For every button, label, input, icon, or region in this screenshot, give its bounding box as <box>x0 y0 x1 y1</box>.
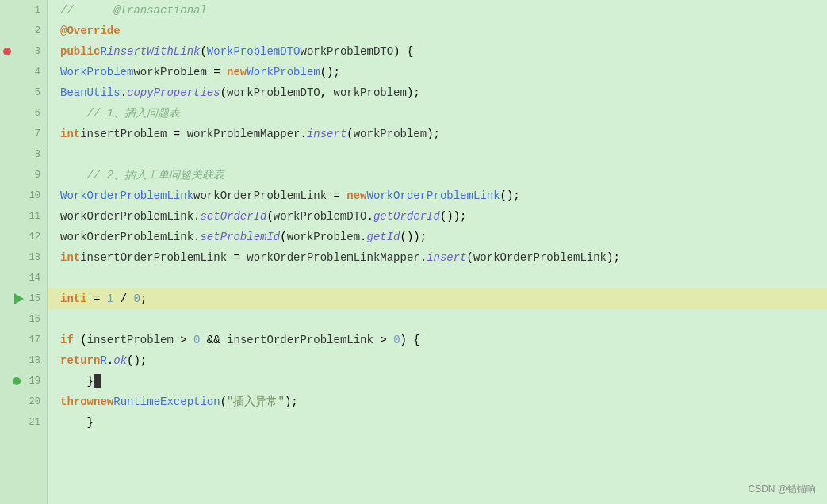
code-line: } <box>48 412 827 433</box>
code-line: workOrderProblemLink.setProblemId(workPr… <box>48 227 827 247</box>
code-line <box>48 144 827 165</box>
line-number: 1 <box>0 0 47 21</box>
line-number-text: 4 <box>35 67 40 78</box>
code-line <box>48 268 827 288</box>
line-number-text: 15 <box>29 293 40 304</box>
code-area: 123456789101112131415161718192021 // @Tr… <box>0 0 827 504</box>
code-line <box>48 309 827 330</box>
line-number-text: 17 <box>29 334 40 346</box>
code-line: int insertProblem = workProblemMapper.in… <box>48 124 827 144</box>
code-line: int i = 1 / 0; <box>48 288 827 309</box>
breakpoint-indicator[interactable] <box>3 48 11 55</box>
line-number-text: 7 <box>35 128 40 139</box>
line-number: 2 <box>0 21 47 41</box>
code-line: if (insertProblem > 0 && insertOrderProb… <box>48 330 827 350</box>
code-line: } <box>48 371 827 391</box>
line-number-text: 11 <box>29 211 40 222</box>
line-number-gutter: 123456789101112131415161718192021 <box>0 0 48 504</box>
code-line: public R insertWithLink(WorkProblemDTO w… <box>48 41 827 62</box>
code-line: workOrderProblemLink.setOrderId(workProb… <box>48 206 827 227</box>
line-number: 9 <box>0 165 47 185</box>
line-number: 15 <box>0 288 47 309</box>
line-number: 19 <box>0 371 47 391</box>
line-number: 6 <box>0 103 47 124</box>
code-line: @Override <box>48 21 827 41</box>
code-line: BeanUtils.copyProperties(workProblemDTO,… <box>48 82 827 103</box>
code-line: return R.ok(); <box>48 350 827 371</box>
code-line: throw new RuntimeException("插入异常"); <box>48 391 827 412</box>
line-number-text: 19 <box>29 376 40 387</box>
line-number: 17 <box>0 330 47 350</box>
line-number-text: 16 <box>29 314 40 325</box>
line-number-text: 10 <box>29 190 40 201</box>
line-number-text: 13 <box>29 252 40 263</box>
code-line: int insertOrderProblemLink = workOrderPr… <box>48 247 827 268</box>
code-line: WorkProblem workProblem = new WorkProble… <box>48 62 827 82</box>
code-line: // 2、插入工单问题关联表 <box>48 165 827 185</box>
line-number: 5 <box>0 82 47 103</box>
line-number-text: 2 <box>35 25 40 36</box>
line-number-text: 18 <box>29 355 40 366</box>
execution-arrow <box>14 293 24 304</box>
line-number: 3 <box>0 41 47 62</box>
line-number: 20 <box>0 391 47 412</box>
line-number: 11 <box>0 206 47 227</box>
line-number-text: 21 <box>29 417 40 428</box>
line-number: 14 <box>0 268 47 288</box>
line-number-text: 9 <box>35 170 40 181</box>
line-number: 10 <box>0 185 47 206</box>
line-number: 8 <box>0 144 47 165</box>
line-number: 13 <box>0 247 47 268</box>
line-number-text: 6 <box>35 108 40 119</box>
editor-container: 123456789101112131415161718192021 // @Tr… <box>0 0 827 504</box>
code-line: WorkOrderProblemLink workOrderProblemLin… <box>48 185 827 206</box>
line-marker <box>13 377 21 385</box>
line-number-text: 8 <box>35 149 40 160</box>
line-number: 18 <box>0 350 47 371</box>
text-cursor <box>94 374 101 388</box>
line-number: 4 <box>0 62 47 82</box>
code-lines[interactable]: // @Transactional@Overridepublic R inser… <box>48 0 827 504</box>
line-number: 16 <box>0 309 47 330</box>
code-line: // 1、插入问题表 <box>48 103 827 124</box>
line-number: 12 <box>0 227 47 247</box>
line-number-text: 1 <box>35 5 40 16</box>
line-number-text: 5 <box>35 87 40 98</box>
code-line: // @Transactional <box>48 0 827 21</box>
line-number-text: 3 <box>35 46 40 57</box>
line-number: 21 <box>0 412 47 433</box>
line-number-text: 12 <box>29 231 40 242</box>
watermark: CSDN @锚锚响 <box>748 483 816 496</box>
line-number-text: 20 <box>29 396 40 407</box>
line-number: 7 <box>0 124 47 144</box>
line-number-text: 14 <box>29 273 40 284</box>
